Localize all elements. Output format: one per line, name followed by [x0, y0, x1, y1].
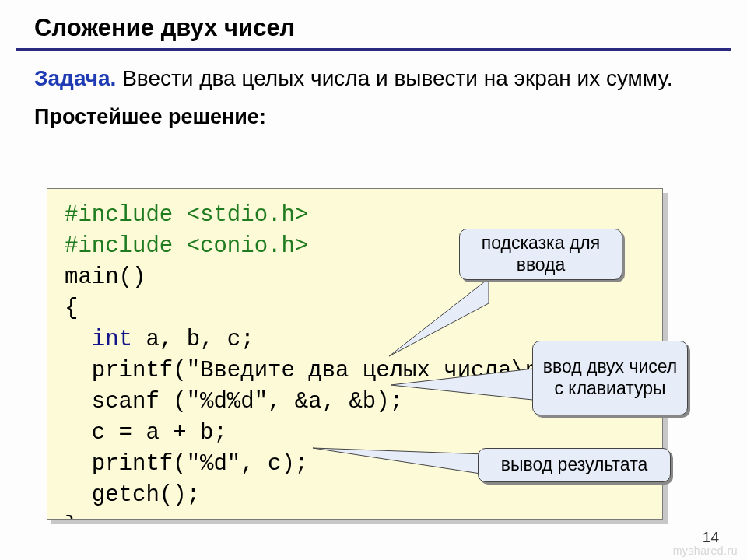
task-text: Задача. Ввести два целых числа и вывести…	[0, 51, 747, 93]
task-label: Задача.	[34, 66, 116, 90]
svg-marker-0	[389, 278, 489, 356]
slide: Сложение двух чисел Задача. Ввести два ц…	[0, 0, 747, 560]
watermark: myshared.ru	[673, 544, 738, 557]
callout-output: вывод результата	[478, 448, 671, 482]
callout-hint: подсказка для ввода	[459, 229, 622, 280]
svg-marker-1	[391, 368, 540, 401]
callout-pointer-1	[381, 272, 498, 366]
callout-pointer-2	[388, 362, 543, 408]
task-body: Ввести два целых числа и вывести на экра…	[116, 66, 672, 90]
subhead: Простейшее решение:	[0, 93, 747, 129]
slide-title: Сложение двух чисел	[0, 0, 747, 48]
callout-pointer-3	[310, 443, 489, 482]
page-number: 14	[703, 529, 719, 546]
callout-input: ввод двух чисел с клавиатуры	[532, 341, 688, 415]
svg-marker-2	[313, 448, 486, 474]
